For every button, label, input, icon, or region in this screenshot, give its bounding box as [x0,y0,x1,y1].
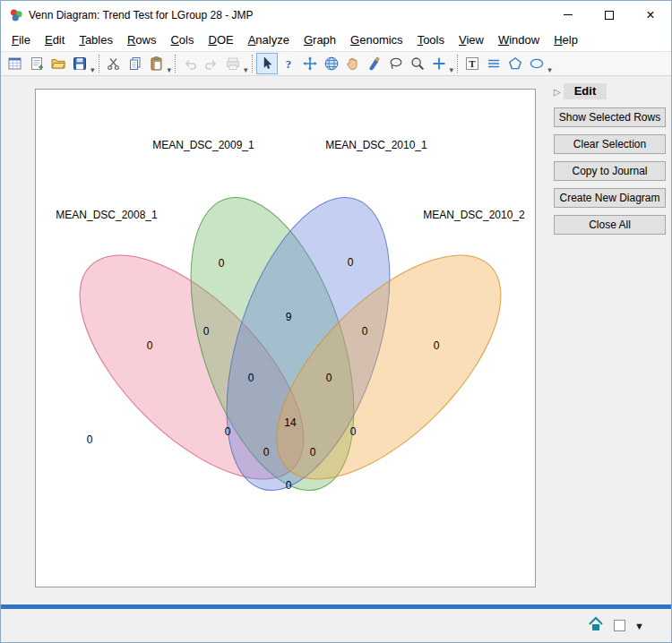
close-all-button[interactable]: Close All [554,215,666,235]
venn-set-label: MEAN_DSC_2010_1 [325,139,426,151]
toolbar-separator [252,55,253,73]
menu-help[interactable]: Help [547,30,585,49]
toolbar-separator [99,55,99,73]
new-data-table-icon[interactable] [4,53,26,74]
toolbar: ▾ ▾ ▾ ? [1,51,671,76]
toolbar-group-chevron[interactable]: ▾ [168,65,172,74]
venn-region-count: 0 [350,425,357,438]
help-tool-icon[interactable]: ? [278,53,299,74]
text-annotate-tool-icon[interactable]: T [461,53,483,74]
venn-region-count: 9 [286,311,292,323]
app-window: Venn Diagram: Trend Test for LGroup 28 -… [0,0,672,643]
statusbar: ▼ [1,609,671,642]
toolbar-group-chevron[interactable]: ▾ [90,65,95,74]
menu-doe[interactable]: DOE [201,30,240,49]
toolbar-group-chevron[interactable]: ▾ [244,65,248,74]
minimize-button[interactable] [547,1,589,29]
svg-text:T: T [469,58,476,69]
venn-region-count: 0 [362,325,368,338]
show-selected-rows-button[interactable]: Show Selected Rows [554,107,666,127]
jmp-logo-icon [9,8,23,22]
copy-to-journal-button[interactable]: Copy to Journal [554,161,666,181]
magnifier-tool-icon[interactable] [407,53,428,74]
toolbar-separator [457,55,458,73]
window-title: Venn Diagram: Trend Test for LGroup 28 -… [29,9,547,21]
venn-set-label: MEAN_DSC_2009_1 [152,139,254,151]
new-journal-icon[interactable] [26,53,47,74]
venn-diagram [36,90,537,588]
disclosure-triangle-icon[interactable]: ▷ [554,87,561,97]
venn-region-count: 0 [310,446,316,459]
menu-analyze[interactable]: Analyze [241,30,297,49]
menu-tables[interactable]: Tables [72,30,120,49]
clear-selection-button[interactable]: Clear Selection [554,134,666,154]
venn-region-count: 0 [326,372,332,384]
venn-region-count: 0 [348,256,354,269]
venn-region-count: 14 [284,416,296,429]
menu-rows[interactable]: Rows [120,30,164,49]
hand-tool-icon[interactable] [342,53,364,74]
sidebar: ▷ Edit Show Selected Rows Clear Selectio… [554,83,666,242]
venn-region-count: 0 [434,339,440,352]
edit-header-label: Edit [564,83,607,99]
maximize-icon [605,11,614,20]
arrow-tool-icon[interactable] [256,53,278,74]
menu-cols[interactable]: Cols [163,30,201,49]
dropdown-triangle-icon[interactable]: ▼ [634,621,644,631]
venn-region-count: 0 [225,425,231,438]
menu-file[interactable]: File [4,30,38,49]
move-tool-icon[interactable] [299,53,321,74]
menu-window[interactable]: Window [491,30,547,49]
maximize-button[interactable] [589,1,630,29]
line-annotate-tool-icon[interactable] [483,53,504,74]
menu-genomics[interactable]: Genomics [343,30,410,49]
venn-outside-count: 0 [87,433,93,446]
menubar: File Edit Tables Rows Cols DOE Analyze G… [1,29,671,51]
venn-region-count: 0 [147,339,153,352]
titlebar: Venn Diagram: Trend Test for LGroup 28 -… [1,1,671,29]
print-icon [222,53,244,74]
open-folder-icon[interactable] [47,53,69,74]
cut-icon[interactable] [103,53,125,74]
content-area: MEAN_DSC_2008_1 MEAN_DSC_2009_1 MEAN_DSC… [1,76,671,604]
menu-graph[interactable]: Graph [297,30,343,49]
venn-diagram-panel: MEAN_DSC_2008_1 MEAN_DSC_2009_1 MEAN_DSC… [35,89,536,587]
menu-tools[interactable]: Tools [410,30,452,49]
redo-icon [201,53,222,74]
toolbar-separator [175,55,176,73]
status-checkbox[interactable] [614,620,625,631]
paste-icon[interactable] [146,53,168,74]
polygon-annotate-tool-icon[interactable] [504,53,526,74]
venn-region-count: 0 [203,325,210,338]
edit-outline-header[interactable]: ▷ Edit [554,83,666,99]
globe-tool-icon[interactable] [321,53,342,74]
toolbar-overflow-chevron[interactable]: ▾ [547,65,552,74]
svg-text:?: ? [285,57,291,71]
copy-icon[interactable] [125,53,146,74]
crosshair-tool-icon[interactable] [428,53,450,74]
venn-region-count: 0 [263,446,270,459]
create-new-diagram-button[interactable]: Create New Diagram [554,188,666,208]
toolbar-group-chevron[interactable]: ▾ [450,65,454,74]
venn-region-count: 0 [248,372,254,384]
menu-view[interactable]: View [452,30,491,49]
close-button[interactable]: × [630,1,671,29]
close-icon: × [646,11,654,20]
brush-tool-icon[interactable] [364,53,385,74]
undo-icon [179,53,201,74]
menu-edit[interactable]: Edit [38,30,72,49]
venn-set-label: MEAN_DSC_2008_1 [56,209,157,221]
lasso-tool-icon[interactable] [385,53,407,74]
venn-set-label: MEAN_DSC_2010_2 [423,209,524,221]
save-icon[interactable] [69,53,90,74]
oval-annotate-tool-icon[interactable] [526,53,547,74]
venn-region-count: 0 [286,479,292,492]
minimize-icon [564,14,573,15]
home-window-icon[interactable] [587,615,605,637]
venn-region-count: 0 [219,257,225,270]
